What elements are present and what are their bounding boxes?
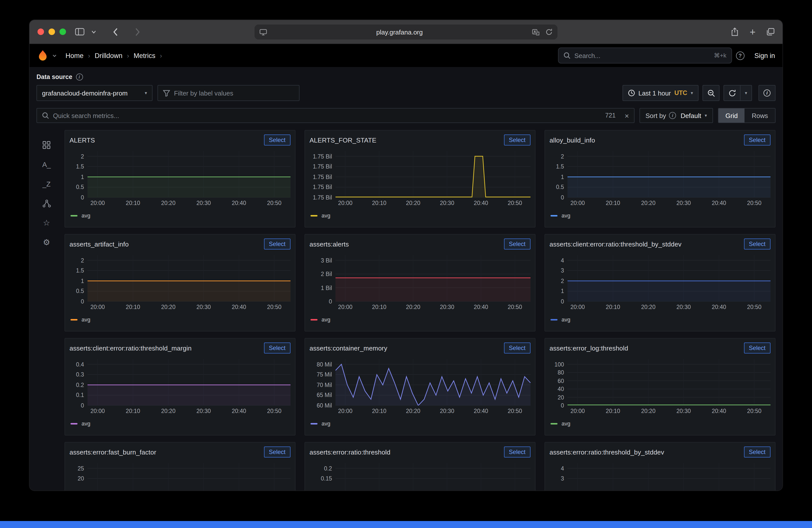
panel-header: asserts:alertsSelect [309, 238, 531, 250]
x-tick-label: 20:40 [712, 200, 726, 206]
chart: 0.40.30.20.1020:0020:1020:2020:3020:4020… [70, 357, 290, 417]
zoom-out-button[interactable] [702, 85, 720, 101]
settings-gear-icon[interactable]: ⚙ [38, 233, 56, 252]
sidebar-toggle-icon[interactable] [75, 28, 85, 35]
x-tick-label: 20:50 [508, 200, 522, 206]
sort-alpha-z-icon[interactable]: _Z [38, 174, 56, 193]
sort-by-label: Sort by [646, 112, 666, 119]
select-button[interactable]: Select [744, 446, 770, 457]
legend-series-color [551, 319, 557, 320]
grafana-logo[interactable] [37, 49, 48, 61]
view-toggle: Grid Rows [718, 108, 775, 123]
refresh-button[interactable] [724, 85, 740, 101]
x-tick-label: 20:40 [232, 408, 246, 414]
panel-title: asserts:alerts [309, 240, 349, 248]
select-button[interactable]: Select [264, 342, 290, 353]
select-button[interactable]: Select [744, 342, 770, 353]
breadcrumb-home[interactable]: Home [66, 52, 84, 59]
chart: 3 Bil2 Bil1 Bil020:0020:1020:2020:3020:4… [309, 253, 531, 313]
plot-area [335, 253, 531, 302]
plot-area [567, 253, 770, 302]
breadcrumb-drilldown[interactable]: Drilldown [95, 52, 122, 59]
x-tick-label: 20:10 [606, 200, 620, 206]
traffic-light-minimize[interactable] [48, 29, 55, 35]
x-tick-label: 20:30 [440, 408, 454, 414]
org-chevron-down-icon[interactable] [53, 54, 57, 57]
quick-search-input[interactable] [53, 112, 601, 119]
metric-panel: asserts:error:fast_burn_factorSelect2520… [64, 442, 295, 490]
chevron-down-icon: ▾ [145, 91, 147, 95]
traffic-light-zoom[interactable] [59, 29, 66, 35]
sign-in-button[interactable]: Sign in [754, 52, 775, 59]
select-button[interactable]: Select [504, 238, 531, 249]
x-tick-label: 20:30 [440, 200, 454, 206]
x-tick-label: 20:40 [712, 408, 726, 414]
sort-control: Sort by i Default ▾ [639, 108, 713, 123]
metric-panel: asserts:error:ratio:thresholdSelect0.20.… [304, 442, 536, 490]
sort-info-icon[interactable]: i [669, 112, 676, 119]
plot-area [335, 461, 531, 490]
data-source-dropdown[interactable]: grafanacloud-demoinfra-prom ▾ [37, 85, 153, 101]
chart: 4321020:0020:1020:2020:3020:4020:50 [550, 253, 770, 313]
related-metrics-icon[interactable] [38, 193, 56, 213]
x-tick-label: 20:30 [197, 200, 211, 206]
metric-panel: asserts:client:error:ratio:threshold_mar… [64, 338, 295, 436]
address-bar[interactable]: play.grafana.org [255, 25, 557, 40]
select-button[interactable]: Select [264, 134, 290, 146]
select-button[interactable]: Select [504, 342, 531, 353]
new-tab-icon[interactable]: + [750, 27, 755, 37]
plot-area [567, 461, 770, 490]
panel-header: asserts:error:ratio:thresholdSelect [309, 446, 531, 458]
panel-title: asserts:client:error:ratio:threshold_mar… [70, 344, 191, 352]
y-tick-label: 80 [557, 369, 564, 376]
legend-series-color [310, 319, 318, 320]
favorites-star-icon[interactable]: ☆ [38, 213, 56, 233]
y-tick-label: 0 [561, 402, 564, 409]
plot-area [87, 253, 290, 302]
x-tick-label: 20:10 [126, 200, 140, 206]
breadcrumb-metrics[interactable]: Metrics [133, 52, 155, 59]
select-button[interactable]: Select [744, 134, 770, 146]
overview-grid-icon[interactable] [38, 135, 56, 155]
quick-search[interactable]: 721 × [37, 108, 635, 123]
select-button[interactable]: Select [744, 238, 770, 249]
label-filter[interactable] [158, 85, 300, 101]
help-icon[interactable]: ? [736, 51, 744, 60]
back-icon[interactable] [113, 28, 118, 36]
panel-header: asserts:error:ratio:threshold_by_stddevS… [550, 446, 770, 458]
refresh-interval-dropdown[interactable]: ▾ [740, 85, 752, 101]
x-tick-label: 20:00 [90, 304, 105, 310]
clear-search-icon[interactable]: × [624, 111, 629, 120]
time-range-picker[interactable]: Last 1 hour UTC ▾ [622, 85, 698, 101]
y-tick-label: 0 [81, 298, 84, 305]
traffic-light-close[interactable] [38, 29, 44, 35]
translate-icon[interactable] [532, 29, 539, 35]
info-button[interactable]: i [758, 85, 775, 101]
y-tick-label: 0.5 [76, 288, 84, 294]
x-axis: 20:0020:1020:2020:3020:4020:50 [567, 200, 770, 209]
select-button[interactable]: Select [504, 446, 531, 457]
label-filter-input[interactable] [174, 89, 294, 97]
select-button[interactable]: Select [264, 238, 290, 249]
sort-alpha-a-icon[interactable]: A_ [38, 155, 56, 174]
y-tick-label: 60 [557, 378, 564, 384]
sidebar-chevron-down-icon[interactable] [91, 30, 96, 33]
bottom-accent-bar [0, 521, 812, 528]
global-search[interactable]: ⌘+k [558, 47, 732, 63]
plot-area [87, 149, 290, 197]
legend: avg [550, 421, 770, 426]
share-icon[interactable] [731, 27, 739, 36]
forward-icon[interactable] [135, 28, 140, 36]
tab-overview-icon[interactable] [767, 28, 774, 35]
select-button[interactable]: Select [504, 134, 531, 146]
reload-icon[interactable] [546, 29, 552, 35]
panel-title: asserts:container_memory [309, 344, 387, 352]
view-grid-button[interactable]: Grid [719, 108, 745, 122]
data-source-label: Data source [37, 73, 72, 80]
metric-panel: asserts:error_log:thresholdSelect1008060… [545, 338, 775, 436]
data-source-info-icon[interactable]: i [76, 73, 83, 80]
sort-dropdown[interactable]: Default ▾ [681, 112, 707, 119]
select-button[interactable]: Select [264, 446, 290, 457]
view-rows-button[interactable]: Rows [745, 108, 775, 122]
global-search-input[interactable] [574, 52, 710, 59]
